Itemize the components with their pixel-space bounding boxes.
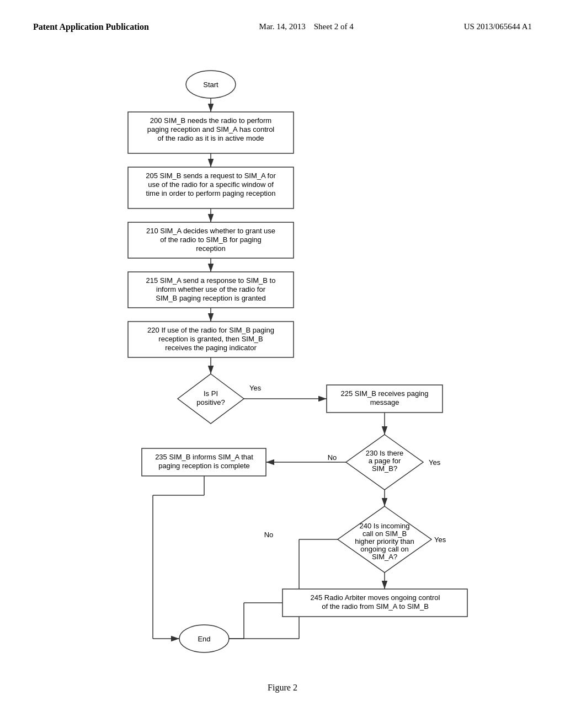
svg-text:message: message [370,398,399,406]
svg-text:Yes: Yes [429,458,441,467]
svg-text:220 If use of the radio for SI: 220 If use of the radio for SIM_B paging [147,326,274,334]
svg-text:SIM_A?: SIM_A? [372,553,397,561]
svg-text:of the radio from SIM_A to SIM: of the radio from SIM_A to SIM_B [322,602,429,611]
header: Patent Application Publication Mar. 14, … [33,22,532,32]
header-date: Mar. 14, 2013 [259,22,306,31]
svg-text:Yes: Yes [249,384,262,392]
svg-text:Start: Start [203,81,218,89]
svg-text:of the radio to SIM_B for pagi: of the radio to SIM_B for paging [160,235,262,244]
svg-text:SIM_B paging reception is gran: SIM_B paging reception is granted [156,294,265,302]
page: Patent Application Publication Mar. 14, … [0,0,565,728]
svg-text:inform whether use of the radi: inform whether use of the radio for [156,285,266,293]
svg-text:205 SIM_B sends a request to S: 205 SIM_B sends a request to SIM_A for [146,172,276,180]
header-center: Mar. 14, 2013 Sheet 2 of 4 [259,22,354,31]
svg-text:Is PI: Is PI [204,389,218,398]
figure-label: Figure 2 [33,683,532,693]
svg-text:230 Is there: 230 Is there [366,449,404,457]
svg-text:paging reception is complete: paging reception is complete [158,462,250,470]
svg-text:time in order to perform pagin: time in order to perform paging receptio… [146,189,276,197]
svg-text:225 SIM_B receives paging: 225 SIM_B receives paging [341,389,429,398]
svg-text:reception: reception [196,244,225,253]
svg-text:higher priority than: higher priority than [355,537,414,545]
svg-text:paging reception and SIM_A has: paging reception and SIM_A has control [147,125,275,133]
svg-text:235 SIM_B informs SIM_A that: 235 SIM_B informs SIM_A that [155,453,253,461]
svg-text:215 SIM_A send a response to S: 215 SIM_A send a response to SIM_B to [146,276,276,285]
header-sheet: Sheet 2 of 4 [314,22,354,31]
svg-text:a page for: a page for [369,457,401,465]
flowchart-svg: Start 200 SIM_B needs the radio to perfo… [67,54,498,677]
diagram-area: Start 200 SIM_B needs the radio to perfo… [33,54,532,677]
svg-text:of the radio as it is in activ: of the radio as it is in active mode [158,134,264,142]
svg-text:No: No [328,453,337,462]
svg-text:No: No [264,531,274,539]
svg-text:SIM_B?: SIM_B? [372,464,397,473]
svg-text:reception is granted, then SIM: reception is granted, then SIM_B [158,335,263,343]
svg-text:use of the radio for a specifi: use of the radio for a specific window o… [148,180,274,189]
svg-text:200 SIM_B needs the radio to p: 200 SIM_B needs the radio to perform [150,116,271,125]
svg-text:positive?: positive? [196,398,225,406]
svg-text:245 Radio Arbiter moves ongoin: 245 Radio Arbiter moves ongoing control [311,593,440,602]
svg-text:Yes: Yes [434,536,446,544]
svg-text:call on SIM_B: call on SIM_B [363,529,407,538]
svg-text:End: End [198,635,210,643]
header-left: Patent Application Publication [33,22,149,32]
svg-text:ongoing call on: ongoing call on [360,545,408,553]
svg-text:receives the paging indicator: receives the paging indicator [165,344,257,352]
svg-text:240 Is incoming: 240 Is incoming [359,522,409,530]
header-right: US 2013/065644 A1 [464,22,532,31]
svg-text:210 SIM_A decides whether to g: 210 SIM_A decides whether to grant use [146,227,275,235]
